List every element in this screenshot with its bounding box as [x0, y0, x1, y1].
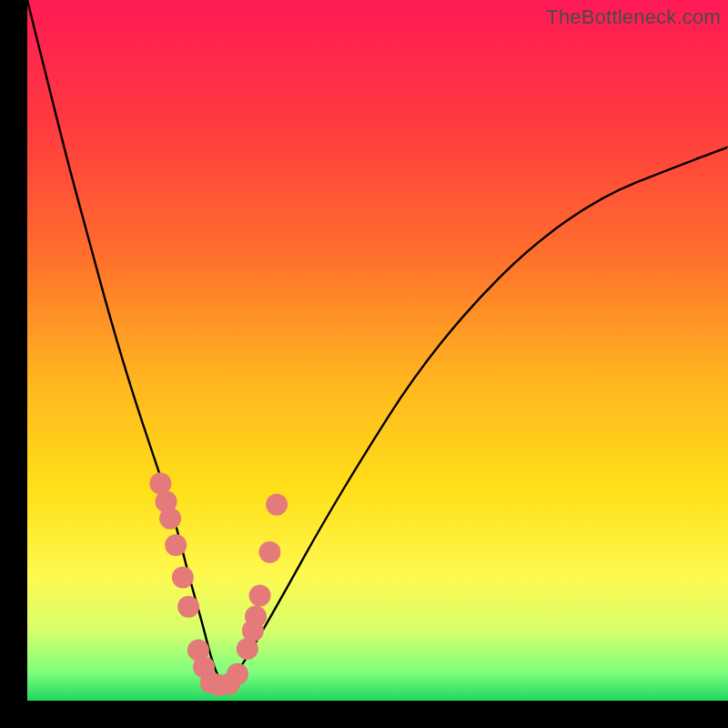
data-point [159, 508, 181, 530]
data-point [227, 663, 248, 685]
data-point [266, 493, 288, 515]
data-points-group [149, 472, 288, 696]
data-point [177, 596, 199, 618]
chart-area: TheBottleneck.com [27, 0, 728, 701]
bottleneck-curve [27, 0, 728, 682]
chart-frame: TheBottleneck.com [0, 0, 728, 728]
data-point [165, 534, 187, 556]
data-point [172, 567, 194, 589]
data-point [258, 541, 280, 563]
data-point [245, 606, 267, 628]
watermark-label: TheBottleneck.com [546, 5, 721, 29]
data-point [249, 585, 271, 607]
curve-layer [27, 0, 728, 701]
